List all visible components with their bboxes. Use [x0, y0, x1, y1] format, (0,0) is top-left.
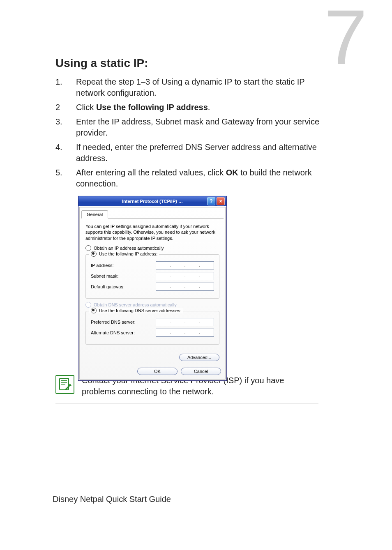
step-number: 4. [55, 142, 76, 164]
radio-icon [91, 308, 97, 313]
preferred-dns-input[interactable]: ... [156, 318, 214, 326]
tcpip-dialog: Internet Protocol (TCP/IP) … ? × General… [78, 196, 227, 381]
radio-label: Obtain DNS server address automatically [94, 302, 177, 307]
step-number: 2 [55, 102, 76, 113]
subnet-mask-input[interactable]: ... [156, 272, 214, 280]
radio-label: Obtain an IP address automatically [94, 246, 164, 251]
step-text: Enter the IP address, Subnet mask and Ga… [76, 116, 323, 138]
step-number: 1. [55, 76, 76, 99]
ip-address-label: IP address: [91, 263, 113, 268]
preferred-dns-label: Preferred DNS server: [91, 320, 136, 324]
main-content: Using a static IP: 1.Repeat the step 1–3… [55, 57, 323, 381]
footer-divider [53, 489, 355, 489]
radio-icon [85, 245, 91, 251]
alternate-dns-label: Alternate DNS server: [91, 330, 135, 335]
list-item: 4.If needed, enter the preferred DNS Ser… [55, 142, 323, 164]
radio-obtain-dns-auto: Obtain DNS server address automatically [85, 302, 219, 308]
section-heading: Using a static IP: [55, 57, 323, 70]
radio-icon [85, 302, 91, 308]
close-icon[interactable]: × [217, 197, 225, 205]
list-item: 1.Repeat the step 1–3 of Using a dynamic… [55, 76, 323, 99]
dialog-title: Internet Protocol (TCP/IP) … [122, 199, 183, 204]
list-item: 3.Enter the IP address, Subnet mask and … [55, 116, 323, 138]
subnet-mask-label: Subnet mask: [91, 274, 118, 278]
help-icon[interactable]: ? [207, 197, 215, 205]
radio-use-following-dns[interactable]: Use the following DNS server addresses: [89, 308, 183, 313]
radio-label: Use the following DNS server addresses: [99, 308, 182, 313]
default-gateway-label: Default gateway: [91, 284, 125, 289]
step-number: 3. [55, 116, 76, 138]
radio-icon [91, 251, 97, 257]
list-item: 5.After entering all the related values,… [55, 167, 323, 189]
step-text: Click Use the following IP address. [76, 102, 210, 113]
step-text: If needed, enter the preferred DNS Serve… [76, 142, 323, 164]
list-item: 2Click Use the following IP address. [55, 102, 323, 113]
radio-use-following-ip[interactable]: Use the following IP address: [89, 251, 159, 257]
chapter-number: 7 [324, 0, 367, 76]
dns-group: Use the following DNS server addresses: … [85, 311, 219, 345]
alternate-dns-input[interactable]: ... [156, 329, 214, 337]
step-text: After entering all the related values, c… [76, 167, 323, 189]
ok-button[interactable]: OK [137, 368, 178, 375]
tab-general[interactable]: General [81, 210, 108, 219]
dialog-intro: You can get IP settings assigned automat… [85, 223, 219, 241]
dialog-titlebar: Internet Protocol (TCP/IP) … ? × [78, 196, 226, 206]
steps-list: 1.Repeat the step 1–3 of Using a dynamic… [55, 76, 323, 189]
radio-obtain-ip-auto[interactable]: Obtain an IP address automatically [85, 245, 219, 251]
step-text: Repeat the step 1–3 of Using a dynamic I… [76, 76, 323, 99]
cancel-button[interactable]: Cancel [181, 368, 221, 375]
advanced-button[interactable]: Advanced... [179, 354, 219, 361]
ip-group: Use the following IP address: IP address… [85, 254, 219, 299]
step-number: 5. [55, 167, 76, 189]
radio-label: Use the following IP address: [99, 251, 157, 256]
default-gateway-input[interactable]: ... [156, 283, 214, 291]
ip-address-input[interactable]: ... [156, 261, 214, 269]
tab-strip: General [81, 209, 224, 219]
footer-text: Disney Netpal Quick Start Guide [53, 495, 171, 504]
